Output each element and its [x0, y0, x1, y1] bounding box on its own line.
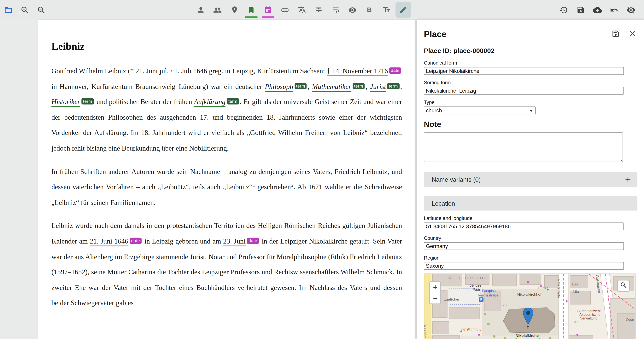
link-annotation-button[interactable] [276, 0, 294, 20]
visibility-button[interactable] [344, 0, 361, 20]
map-label: 11 [448, 276, 452, 280]
date-badge[interactable]: date [247, 238, 259, 244]
toolbar-annotation-group: B [192, 0, 412, 20]
map-label: Reichsstraße [478, 294, 498, 297]
map-label: zgäßchen [444, 298, 460, 302]
zoom-in-button[interactable] [16, 0, 33, 20]
date-annotation-button[interactable] [260, 0, 276, 20]
link-icon [280, 5, 289, 14]
zoom-in-icon [20, 5, 29, 14]
undo-button[interactable] [606, 0, 622, 20]
toolbar: B [0, 0, 644, 20]
date-badge[interactable]: date [389, 67, 401, 74]
term-annotation[interactable]: Aufklärung [194, 98, 226, 107]
toolbar-right-group [555, 0, 639, 20]
add-name-variant-button[interactable]: + [624, 174, 632, 184]
eye-icon [348, 5, 357, 14]
region-label: Region [424, 255, 637, 261]
map-label: 16b [572, 283, 578, 286]
term-badge[interactable]: term [352, 83, 365, 89]
map-marker-pin[interactable] [523, 308, 533, 325]
map-label: Nikolaikirche [516, 334, 538, 338]
map-label: Verwaltung [580, 317, 598, 320]
date-annotation[interactable]: † 14. November 1716 [327, 67, 388, 76]
type-select[interactable]: church [424, 106, 536, 114]
people-icon [213, 5, 222, 14]
app-root: B Leibniz Gottfried Wilhelm Leibniz (* 2… [0, 0, 644, 339]
map-label: LOHRS HOF [459, 276, 486, 280]
country-input[interactable] [424, 242, 624, 250]
sorting-form-input[interactable] [424, 87, 624, 94]
footnote-ref[interactable]: 2 [291, 182, 294, 187]
strikethrough-icon [315, 6, 322, 14]
map-label: 23 [502, 304, 506, 307]
person-annotation-button[interactable] [192, 0, 209, 20]
term-annotation[interactable]: Mathematiker [312, 82, 351, 92]
paragraph: In frühen Schriften anderer Autoren wurd… [52, 164, 402, 210]
bold-icon: B [367, 6, 372, 13]
document-page[interactable]: Leibniz Gottfried Wilhelm Leibniz (* 21.… [38, 20, 415, 339]
close-icon [628, 29, 636, 39]
map-search-button[interactable] [617, 280, 630, 292]
map-label: Paar [472, 288, 480, 292]
map-label: Oper [626, 318, 634, 322]
bookmark-annotation-button[interactable] [243, 0, 260, 20]
date-badge[interactable]: date [130, 238, 142, 244]
folder-open-button[interactable] [0, 0, 16, 20]
term-badge[interactable]: term [227, 98, 239, 105]
paragraph: Gottfried Wilhelm Leibniz (* 21. Juni ju… [52, 63, 402, 156]
edit-tool-button[interactable] [395, 0, 412, 20]
type-label: Type [424, 99, 637, 105]
place-pin-icon [230, 6, 239, 14]
canonical-form-label: Canonical form [424, 60, 637, 66]
note-textarea[interactable] [424, 132, 623, 162]
zoom-out-button[interactable] [33, 0, 49, 20]
map-label: Akademische [580, 313, 600, 316]
cloud-download-button[interactable] [589, 0, 606, 20]
location-section[interactable]: Location [424, 196, 638, 211]
map-label: Funzel [538, 286, 549, 290]
map-search-icon [620, 282, 627, 290]
cloud-download-icon [593, 5, 602, 14]
date-annotation[interactable]: 23. Juni [223, 237, 246, 246]
location-map[interactable]: 11LOHRS HOFJungesPaarParkplatzReichsstra… [424, 274, 636, 339]
calendar-icon [264, 6, 272, 14]
term-badge[interactable]: term [294, 83, 307, 89]
term-badge[interactable]: term [82, 98, 94, 105]
hide-annotations-button[interactable] [622, 0, 639, 20]
text-fields-button[interactable] [378, 0, 394, 20]
date-annotation[interactable]: 21. Juni 1646 [90, 237, 128, 246]
term-annotation[interactable]: Jurist [370, 82, 386, 92]
translate-annotation-button[interactable] [294, 0, 310, 20]
map-zoom-control: + − [429, 281, 441, 304]
panel-save-button[interactable] [611, 29, 620, 39]
term-badge[interactable]: term [387, 83, 399, 89]
paragraph: Leibniz wurde nach dem damals in den pro… [52, 218, 402, 311]
map-label: 3-5 [574, 321, 580, 324]
document-body: Gottfried Wilhelm Leibniz (* 21. Juni ju… [52, 63, 402, 311]
bold-button[interactable]: B [361, 0, 378, 20]
save-document-button[interactable] [572, 0, 589, 20]
sorting-form-label: Sorting form [424, 80, 637, 86]
latlong-label: Latitude and longitude [424, 216, 637, 221]
eye-off-icon [627, 5, 636, 14]
edit-active-state [395, 2, 411, 18]
name-variants-section[interactable]: Name variants (0) + [424, 172, 638, 187]
term-annotation[interactable]: Philosoph [265, 82, 293, 92]
panel-close-button[interactable] [627, 29, 637, 39]
bookmark-icon [247, 6, 255, 14]
region-input[interactable] [424, 262, 624, 270]
map-zoom-out-button[interactable]: − [430, 293, 440, 304]
place-annotation-button[interactable] [226, 0, 243, 20]
footnote-ref[interactable]: 1 [253, 182, 255, 187]
history-button[interactable] [555, 0, 572, 20]
people-annotation-button[interactable] [209, 0, 226, 20]
person-icon [196, 6, 205, 14]
location-label: Location [432, 200, 455, 207]
map-zoom-in-button[interactable]: + [430, 282, 440, 293]
wrap-text-button[interactable] [327, 0, 344, 20]
latlong-input[interactable] [424, 222, 624, 230]
strikethrough-button[interactable] [310, 0, 327, 20]
term-annotation[interactable]: Historiker [52, 98, 80, 107]
canonical-form-input[interactable] [424, 67, 624, 75]
